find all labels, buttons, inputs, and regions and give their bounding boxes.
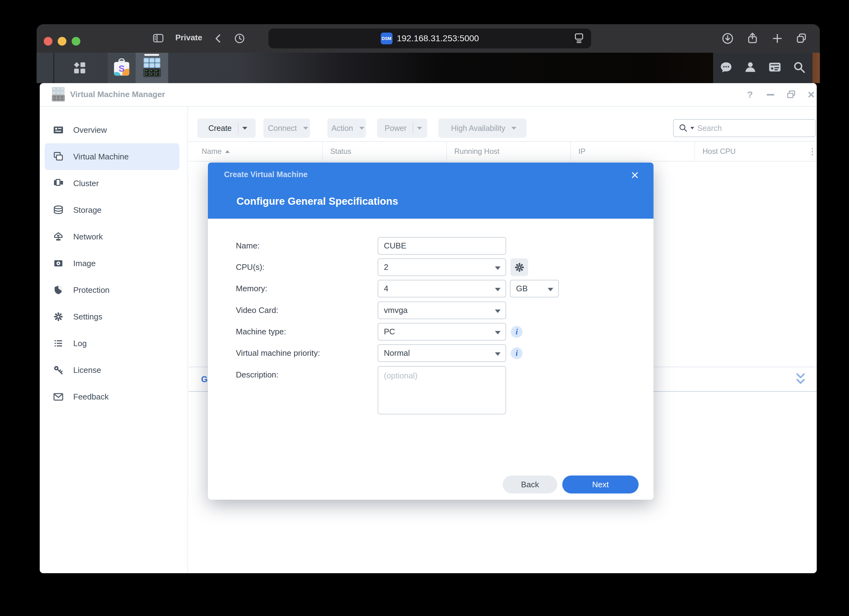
- back-button[interactable]: Back: [503, 476, 557, 494]
- form-row-name: Name:: [208, 237, 654, 254]
- high-availability-label: High Availability: [449, 124, 508, 133]
- widget-panel-icon[interactable]: [768, 61, 782, 75]
- memory-value: 4: [384, 284, 388, 293]
- collapse-double-chevron-icon[interactable]: [795, 372, 806, 386]
- share-icon[interactable]: [745, 31, 760, 46]
- minimize-window-button[interactable]: [58, 37, 66, 46]
- sidebar-item-label: Network: [73, 232, 103, 242]
- search-icon: [679, 123, 688, 133]
- column-label: Host CPU: [703, 147, 736, 156]
- search-box[interactable]: [673, 119, 816, 137]
- license-icon: [53, 365, 64, 376]
- description-textarea[interactable]: [378, 366, 506, 414]
- memory-unit-select[interactable]: GB: [510, 280, 559, 298]
- button-divider: [238, 122, 238, 134]
- machine-type-select[interactable]: PC: [378, 323, 506, 341]
- sidebar-item-label: License: [73, 365, 101, 375]
- column-header-host-cpu[interactable]: Host CPU: [694, 142, 801, 161]
- chevron-down-icon: [303, 127, 308, 129]
- vmm-taskbar-button-active[interactable]: [136, 53, 168, 83]
- priority-label: Virtual machine priority:: [236, 344, 320, 362]
- form-row-video-card: Video Card: vmvga: [208, 302, 654, 319]
- sidebar-item-cluster[interactable]: Cluster: [45, 170, 179, 196]
- close-icon[interactable]: ✕: [804, 88, 817, 101]
- form-row-priority: Virtual machine priority: Normal i: [208, 344, 654, 362]
- priority-info-icon[interactable]: i: [511, 347, 523, 359]
- cpu-advanced-gear-button[interactable]: [511, 258, 528, 276]
- video-card-label: Video Card:: [236, 302, 279, 319]
- sidebar-item-protection[interactable]: Protection: [45, 277, 179, 304]
- sidebar-item-label: Storage: [73, 205, 101, 215]
- vmm-titlebar-icon: [51, 87, 66, 103]
- column-header-ip[interactable]: IP: [570, 142, 694, 161]
- column-header-status[interactable]: Status: [322, 142, 446, 161]
- downloads-icon[interactable]: [720, 31, 735, 46]
- search-icon[interactable]: [792, 61, 806, 75]
- sidebar-item-image[interactable]: Image: [45, 250, 179, 277]
- storage-icon: [53, 204, 64, 216]
- chevron-down-icon: [495, 331, 500, 334]
- kebab-glyph: ⋮: [808, 146, 817, 157]
- vm-name-input[interactable]: [378, 237, 506, 254]
- sidebar-item-storage[interactable]: Storage: [45, 196, 179, 223]
- chevron-down-icon: [417, 127, 422, 129]
- vmm-app-icon: [142, 57, 162, 79]
- close-window-button[interactable]: [44, 37, 52, 46]
- column-header-running-host[interactable]: Running Host: [446, 142, 570, 161]
- notifications-icon[interactable]: [719, 61, 733, 75]
- page-format-icon[interactable]: [574, 33, 584, 45]
- package-center-taskbar-button[interactable]: S: [108, 53, 136, 83]
- help-icon[interactable]: ?: [743, 88, 757, 101]
- search-filter-caret-icon[interactable]: [690, 127, 694, 129]
- tab-overview-icon[interactable]: [794, 31, 809, 46]
- power-button-label: Power: [382, 124, 409, 133]
- sidebar-item-feedback[interactable]: Feedback: [45, 383, 179, 410]
- back-icon[interactable]: [211, 31, 226, 46]
- search-input[interactable]: [697, 123, 791, 133]
- column-settings-kebab-icon[interactable]: ⋮: [801, 142, 817, 161]
- priority-select[interactable]: Normal: [378, 344, 506, 362]
- create-button[interactable]: Create: [197, 119, 256, 138]
- connect-button-label: Connect: [265, 124, 299, 133]
- dialog-header: Create Virtual Machine ✕ Configure Gener…: [208, 162, 654, 219]
- sidebar-toggle-icon[interactable]: [151, 31, 166, 46]
- high-availability-button-disabled: High Availability: [438, 119, 527, 138]
- maximize-icon[interactable]: [784, 88, 798, 101]
- form-row-cpu: CPU(s): 2: [208, 258, 654, 276]
- column-header-name[interactable]: Name: [189, 142, 322, 161]
- memory-select[interactable]: 4: [378, 280, 506, 298]
- dsm-favicon: DSM: [381, 33, 393, 45]
- cpu-select[interactable]: 2: [378, 258, 506, 276]
- form-row-memory: Memory: 4 GB: [208, 280, 654, 298]
- next-button[interactable]: Next: [562, 476, 639, 494]
- chevron-down-icon[interactable]: [242, 127, 247, 129]
- main-menu-button[interactable]: [54, 53, 105, 83]
- zoom-window-button[interactable]: [71, 37, 80, 46]
- gear-icon: [514, 262, 525, 273]
- sidebar-item-overview[interactable]: Overview: [45, 117, 179, 143]
- priority-value: Normal: [384, 348, 410, 358]
- address-bar[interactable]: DSM 192.168.31.253:5000: [268, 28, 591, 48]
- sidebar-item-network[interactable]: Network: [45, 223, 179, 250]
- video-card-select[interactable]: vmvga: [378, 302, 506, 319]
- user-account-icon[interactable]: [743, 61, 757, 75]
- sidebar-item-label: Cluster: [73, 179, 99, 188]
- minimize-icon[interactable]: [763, 88, 778, 101]
- machine-type-info-icon[interactable]: i: [511, 326, 523, 338]
- history-clock-icon[interactable]: [232, 31, 247, 46]
- create-vm-dialog: Create Virtual Machine ✕ Configure Gener…: [208, 162, 654, 500]
- feedback-icon: [53, 391, 64, 402]
- video-card-value: vmvga: [384, 305, 408, 315]
- cluster-icon: [53, 178, 64, 189]
- sidebar-item-virtual-machine[interactable]: Virtual Machine: [45, 143, 179, 170]
- vmm-app-window: Virtual Machine Manager ? ✕ Overview Vir…: [40, 83, 817, 573]
- sidebar-item-license[interactable]: License: [45, 357, 179, 383]
- sidebar-item-log[interactable]: Log: [45, 330, 179, 357]
- sidebar-item-settings[interactable]: Settings: [45, 304, 179, 330]
- package-center-icon: S: [112, 58, 131, 77]
- new-tab-icon[interactable]: [770, 31, 785, 46]
- url-text: 192.168.31.253:5000: [397, 34, 479, 43]
- dialog-close-icon[interactable]: ✕: [629, 168, 641, 182]
- chevron-down-icon: [511, 127, 516, 129]
- virtual-machine-icon: [53, 151, 64, 162]
